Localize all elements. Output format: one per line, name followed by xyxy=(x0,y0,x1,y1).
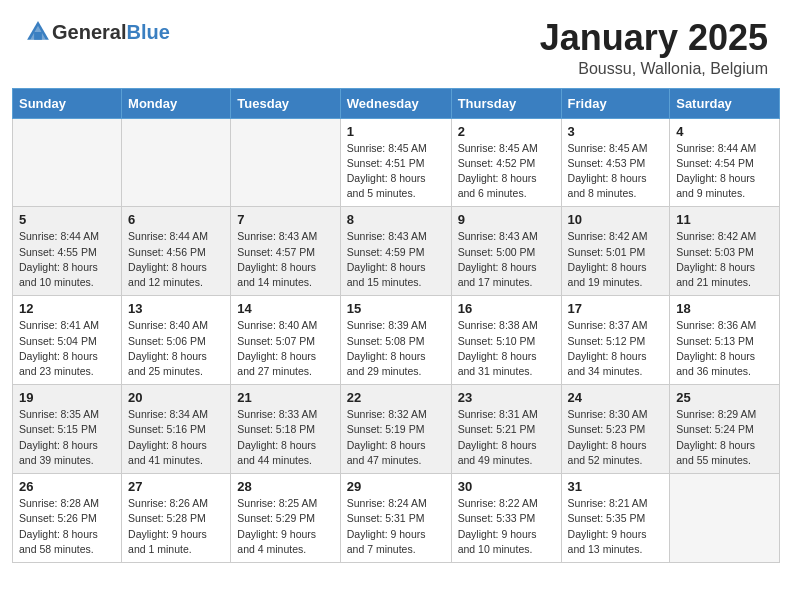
week-row-3: 12Sunrise: 8:41 AM Sunset: 5:04 PM Dayli… xyxy=(13,296,780,385)
day-info: Sunrise: 8:36 AM Sunset: 5:13 PM Dayligh… xyxy=(676,318,773,379)
day-cell-27: 27Sunrise: 8:26 AM Sunset: 5:28 PM Dayli… xyxy=(122,474,231,563)
day-cell-30: 30Sunrise: 8:22 AM Sunset: 5:33 PM Dayli… xyxy=(451,474,561,563)
day-number: 22 xyxy=(347,390,445,405)
day-number: 31 xyxy=(568,479,664,494)
empty-cell xyxy=(231,118,340,207)
week-row-5: 26Sunrise: 8:28 AM Sunset: 5:26 PM Dayli… xyxy=(13,474,780,563)
day-cell-3: 3Sunrise: 8:45 AM Sunset: 4:53 PM Daylig… xyxy=(561,118,670,207)
logo-general: General xyxy=(52,21,126,43)
day-info: Sunrise: 8:40 AM Sunset: 5:06 PM Dayligh… xyxy=(128,318,224,379)
day-cell-9: 9Sunrise: 8:43 AM Sunset: 5:00 PM Daylig… xyxy=(451,207,561,296)
day-number: 30 xyxy=(458,479,555,494)
calendar-table: SundayMondayTuesdayWednesdayThursdayFrid… xyxy=(12,88,780,563)
day-cell-20: 20Sunrise: 8:34 AM Sunset: 5:16 PM Dayli… xyxy=(122,385,231,474)
weekday-sunday: Sunday xyxy=(13,88,122,118)
day-cell-2: 2Sunrise: 8:45 AM Sunset: 4:52 PM Daylig… xyxy=(451,118,561,207)
page-header: GeneralBlue January 2025 Boussu, Walloni… xyxy=(0,0,792,88)
day-info: Sunrise: 8:40 AM Sunset: 5:07 PM Dayligh… xyxy=(237,318,333,379)
weekday-saturday: Saturday xyxy=(670,88,780,118)
day-number: 19 xyxy=(19,390,115,405)
day-info: Sunrise: 8:25 AM Sunset: 5:29 PM Dayligh… xyxy=(237,496,333,557)
day-cell-10: 10Sunrise: 8:42 AM Sunset: 5:01 PM Dayli… xyxy=(561,207,670,296)
title-block: January 2025 Boussu, Wallonia, Belgium xyxy=(540,18,768,78)
day-number: 1 xyxy=(347,124,445,139)
logo: GeneralBlue xyxy=(24,18,170,46)
day-cell-1: 1Sunrise: 8:45 AM Sunset: 4:51 PM Daylig… xyxy=(340,118,451,207)
day-cell-24: 24Sunrise: 8:30 AM Sunset: 5:23 PM Dayli… xyxy=(561,385,670,474)
weekday-wednesday: Wednesday xyxy=(340,88,451,118)
day-number: 3 xyxy=(568,124,664,139)
logo-icon xyxy=(24,18,52,46)
day-info: Sunrise: 8:42 AM Sunset: 5:03 PM Dayligh… xyxy=(676,229,773,290)
day-info: Sunrise: 8:39 AM Sunset: 5:08 PM Dayligh… xyxy=(347,318,445,379)
day-info: Sunrise: 8:24 AM Sunset: 5:31 PM Dayligh… xyxy=(347,496,445,557)
day-info: Sunrise: 8:29 AM Sunset: 5:24 PM Dayligh… xyxy=(676,407,773,468)
weekday-monday: Monday xyxy=(122,88,231,118)
day-number: 18 xyxy=(676,301,773,316)
day-cell-31: 31Sunrise: 8:21 AM Sunset: 5:35 PM Dayli… xyxy=(561,474,670,563)
week-row-2: 5Sunrise: 8:44 AM Sunset: 4:55 PM Daylig… xyxy=(13,207,780,296)
day-info: Sunrise: 8:33 AM Sunset: 5:18 PM Dayligh… xyxy=(237,407,333,468)
day-cell-29: 29Sunrise: 8:24 AM Sunset: 5:31 PM Dayli… xyxy=(340,474,451,563)
day-info: Sunrise: 8:22 AM Sunset: 5:33 PM Dayligh… xyxy=(458,496,555,557)
day-cell-15: 15Sunrise: 8:39 AM Sunset: 5:08 PM Dayli… xyxy=(340,296,451,385)
day-info: Sunrise: 8:35 AM Sunset: 5:15 PM Dayligh… xyxy=(19,407,115,468)
day-number: 2 xyxy=(458,124,555,139)
day-cell-7: 7Sunrise: 8:43 AM Sunset: 4:57 PM Daylig… xyxy=(231,207,340,296)
weekday-header-row: SundayMondayTuesdayWednesdayThursdayFrid… xyxy=(13,88,780,118)
day-info: Sunrise: 8:45 AM Sunset: 4:51 PM Dayligh… xyxy=(347,141,445,202)
week-row-4: 19Sunrise: 8:35 AM Sunset: 5:15 PM Dayli… xyxy=(13,385,780,474)
day-info: Sunrise: 8:38 AM Sunset: 5:10 PM Dayligh… xyxy=(458,318,555,379)
day-cell-17: 17Sunrise: 8:37 AM Sunset: 5:12 PM Dayli… xyxy=(561,296,670,385)
day-number: 8 xyxy=(347,212,445,227)
day-cell-5: 5Sunrise: 8:44 AM Sunset: 4:55 PM Daylig… xyxy=(13,207,122,296)
svg-rect-2 xyxy=(34,32,42,40)
day-info: Sunrise: 8:43 AM Sunset: 4:57 PM Dayligh… xyxy=(237,229,333,290)
logo-blue: Blue xyxy=(126,21,169,43)
day-number: 15 xyxy=(347,301,445,316)
day-cell-26: 26Sunrise: 8:28 AM Sunset: 5:26 PM Dayli… xyxy=(13,474,122,563)
weekday-friday: Friday xyxy=(561,88,670,118)
day-number: 20 xyxy=(128,390,224,405)
day-number: 13 xyxy=(128,301,224,316)
day-number: 29 xyxy=(347,479,445,494)
day-number: 26 xyxy=(19,479,115,494)
day-number: 17 xyxy=(568,301,664,316)
day-cell-23: 23Sunrise: 8:31 AM Sunset: 5:21 PM Dayli… xyxy=(451,385,561,474)
day-cell-16: 16Sunrise: 8:38 AM Sunset: 5:10 PM Dayli… xyxy=(451,296,561,385)
day-cell-19: 19Sunrise: 8:35 AM Sunset: 5:15 PM Dayli… xyxy=(13,385,122,474)
day-info: Sunrise: 8:43 AM Sunset: 5:00 PM Dayligh… xyxy=(458,229,555,290)
day-info: Sunrise: 8:30 AM Sunset: 5:23 PM Dayligh… xyxy=(568,407,664,468)
day-number: 11 xyxy=(676,212,773,227)
day-number: 10 xyxy=(568,212,664,227)
day-cell-6: 6Sunrise: 8:44 AM Sunset: 4:56 PM Daylig… xyxy=(122,207,231,296)
day-cell-11: 11Sunrise: 8:42 AM Sunset: 5:03 PM Dayli… xyxy=(670,207,780,296)
day-info: Sunrise: 8:44 AM Sunset: 4:56 PM Dayligh… xyxy=(128,229,224,290)
day-info: Sunrise: 8:37 AM Sunset: 5:12 PM Dayligh… xyxy=(568,318,664,379)
week-row-1: 1Sunrise: 8:45 AM Sunset: 4:51 PM Daylig… xyxy=(13,118,780,207)
calendar-body: 1Sunrise: 8:45 AM Sunset: 4:51 PM Daylig… xyxy=(13,118,780,562)
day-info: Sunrise: 8:34 AM Sunset: 5:16 PM Dayligh… xyxy=(128,407,224,468)
day-number: 23 xyxy=(458,390,555,405)
day-cell-12: 12Sunrise: 8:41 AM Sunset: 5:04 PM Dayli… xyxy=(13,296,122,385)
day-info: Sunrise: 8:43 AM Sunset: 4:59 PM Dayligh… xyxy=(347,229,445,290)
day-info: Sunrise: 8:31 AM Sunset: 5:21 PM Dayligh… xyxy=(458,407,555,468)
day-info: Sunrise: 8:28 AM Sunset: 5:26 PM Dayligh… xyxy=(19,496,115,557)
day-cell-28: 28Sunrise: 8:25 AM Sunset: 5:29 PM Dayli… xyxy=(231,474,340,563)
day-info: Sunrise: 8:44 AM Sunset: 4:55 PM Dayligh… xyxy=(19,229,115,290)
day-info: Sunrise: 8:45 AM Sunset: 4:52 PM Dayligh… xyxy=(458,141,555,202)
weekday-tuesday: Tuesday xyxy=(231,88,340,118)
empty-cell xyxy=(122,118,231,207)
day-number: 28 xyxy=(237,479,333,494)
day-number: 6 xyxy=(128,212,224,227)
day-info: Sunrise: 8:32 AM Sunset: 5:19 PM Dayligh… xyxy=(347,407,445,468)
day-number: 7 xyxy=(237,212,333,227)
day-cell-18: 18Sunrise: 8:36 AM Sunset: 5:13 PM Dayli… xyxy=(670,296,780,385)
day-cell-21: 21Sunrise: 8:33 AM Sunset: 5:18 PM Dayli… xyxy=(231,385,340,474)
day-cell-25: 25Sunrise: 8:29 AM Sunset: 5:24 PM Dayli… xyxy=(670,385,780,474)
day-number: 27 xyxy=(128,479,224,494)
day-number: 12 xyxy=(19,301,115,316)
day-number: 9 xyxy=(458,212,555,227)
day-number: 4 xyxy=(676,124,773,139)
day-cell-4: 4Sunrise: 8:44 AM Sunset: 4:54 PM Daylig… xyxy=(670,118,780,207)
